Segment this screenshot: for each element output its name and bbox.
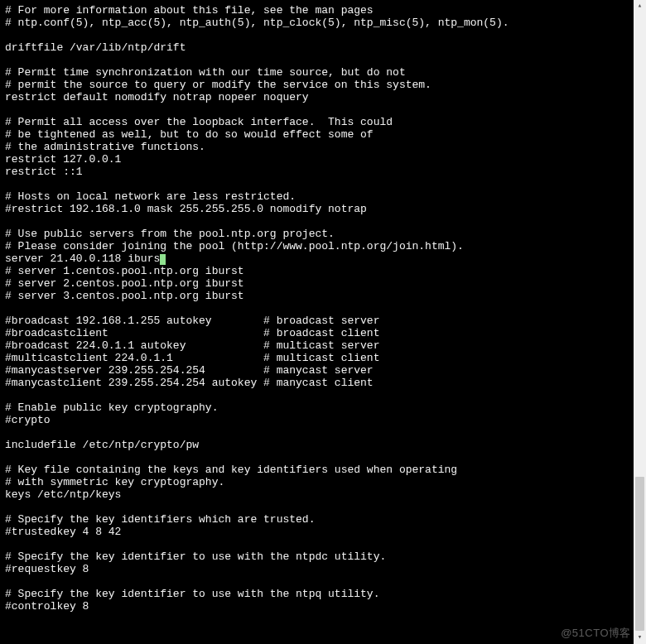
- scroll-up-arrow-icon[interactable]: ▴: [634, 0, 646, 12]
- scroll-down-arrow-icon[interactable]: ▾: [634, 632, 646, 644]
- watermark-text: @51CTO博客: [561, 627, 631, 639]
- scroll-thumb[interactable]: [635, 477, 644, 631]
- terminal-viewport[interactable]: # For more information about this file, …: [0, 0, 634, 644]
- file-text-after-cursor: # server 1.centos.pool.ntp.org iburst # …: [5, 265, 457, 613]
- text-cursor: [160, 254, 166, 265]
- file-text-before-cursor: # For more information about this file, …: [5, 4, 509, 252]
- cursor-line-prefix: server 21.40.0.118 iburs: [5, 252, 160, 265]
- vertical-scrollbar[interactable]: ▴ ▾: [634, 0, 646, 644]
